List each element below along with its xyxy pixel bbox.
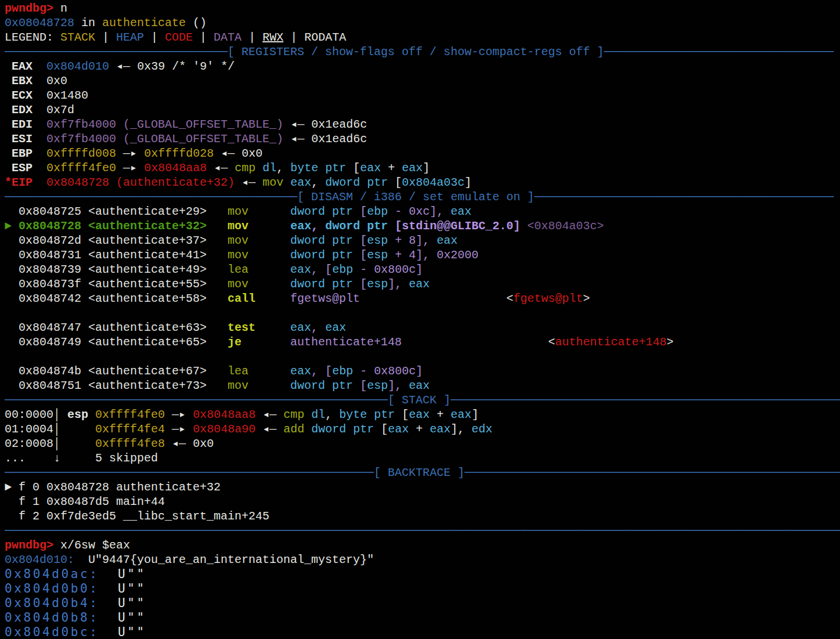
dump-0x804d0ac: 0x804d0ac: U""	[5, 567, 840, 582]
stack-offset: 00:0000	[5, 408, 53, 421]
dump-value: U""	[118, 625, 146, 639]
dump-address: 0x804d0ac:	[5, 567, 99, 581]
reg-value: 0xffffd008	[46, 147, 116, 160]
call-target-resolved: fgetws@plt	[513, 292, 583, 305]
backtrace-frame-2: f 2 0xf7de3ed5 __libc_start_main+245	[5, 509, 840, 524]
reg-name: ESP	[12, 161, 33, 175]
legend-heap: HEAP	[116, 31, 144, 44]
reg-value: 0x1480	[46, 89, 88, 102]
reg-edx: EDX 0x7d	[5, 103, 840, 117]
insn-address: 0x804872d <authenticate+37>	[5, 234, 228, 247]
disasm-row-authenticate+63: 0x8048747 <authenticate+63> test eax, ea…	[5, 320, 840, 335]
dump-address: 0x804d0b8:	[5, 611, 99, 624]
disasm-row-authenticate+55: 0x804873f <authenticate+55> mov dword pt…	[5, 277, 840, 291]
disasm-gap-2	[5, 349, 840, 364]
disasm-row-authenticate+49: 0x8048739 <authenticate+49> lea eax, [eb…	[5, 262, 840, 277]
reg-esp: ESP 0xffff4fe0 —▸ 0x8048aa8 ◂— cmp dl, b…	[5, 161, 840, 175]
disasm-row-authenticate+73: 0x8048751 <authenticate+73> mov dword pt…	[5, 378, 840, 393]
insn-address: 0x804873f <authenticate+55>	[5, 277, 228, 291]
stop-location: 0x08048728 in authenticate ()	[5, 16, 840, 30]
insn-address: 0x8048747 <authenticate+63>	[5, 321, 228, 334]
insn-address: 0x8048725 <authenticate+29>	[5, 205, 228, 218]
mnemonic: lea	[228, 263, 248, 276]
mnemonic: mov	[228, 205, 248, 218]
disasm-section-header: ────────────────────────────────────────…	[5, 190, 840, 204]
reg-name: EDX	[12, 103, 33, 117]
stop-address: 0x08048728	[5, 16, 74, 30]
command-line-n: pwndbg> n	[5, 1, 840, 16]
reg-value: 0xf7fb4000 (_GLOBAL_OFFSET_TABLE_)	[46, 118, 283, 131]
jump-target-resolved: authenticate+148	[555, 335, 666, 349]
insn-address: 0x8048739 <authenticate+49>	[5, 263, 228, 276]
dump-0x804d0b4: 0x804d0b4: U""	[5, 596, 840, 611]
reg-name: EAX	[12, 60, 33, 73]
mnemonic: test	[228, 321, 255, 334]
insn-address: 0x8048742 <authenticate+58>	[5, 292, 228, 305]
legend-rodata: RODATA	[304, 31, 346, 44]
current-frame-arrow-icon: ►	[5, 481, 19, 494]
stack-section-header: ────────────────────────────────────────…	[5, 393, 840, 407]
reg-name: EDI	[12, 118, 33, 131]
insn-address: 0x8048728 <authenticate+32>	[19, 219, 207, 233]
reg-value: 0x8048728 (authenticate+32)	[46, 176, 235, 189]
frame-text: f 2 0xf7de3ed5 __libc_start_main+245	[19, 510, 269, 523]
reg-value: 0xffff4fe0	[46, 161, 116, 175]
dump-0x804d010: 0x804d010: U"9447{you_are_an_internation…	[5, 553, 840, 567]
disasm-row-authenticate+37: 0x804872d <authenticate+37> mov dword pt…	[5, 233, 840, 248]
section-title: [ DISASM / i386 / set emulate on ]	[297, 190, 534, 204]
mnemonic: mov	[228, 277, 248, 291]
reg-ecx: ECX 0x1480	[5, 88, 840, 103]
stack-offset: 01:0004	[5, 423, 53, 436]
insn-address: 0x8048751 <authenticate+73>	[5, 379, 228, 392]
mnemonic: call	[228, 292, 255, 305]
dump-value: U""	[118, 567, 146, 581]
stack-row-0: 00:0000│ esp 0xffff4fe0 —▸ 0x8048aa8 ◂— …	[5, 407, 840, 422]
backtrace-section-header: ────────────────────────────────────────…	[5, 465, 840, 480]
backtrace-frame-1: f 1 0x80487d5 main+44	[5, 494, 840, 509]
down-arrow-icon: ↓	[53, 452, 60, 465]
legend-code: CODE	[165, 31, 193, 44]
insn-address: 0x8048749 <authenticate+65>	[5, 335, 228, 349]
mnemonic: mov	[228, 379, 248, 392]
prompt-label: pwndbg>	[5, 2, 60, 15]
call-target: fgetws@plt	[290, 292, 360, 305]
insn-address: 0x804874b <authenticate+67>	[5, 364, 228, 378]
reg-esi: ESI 0xf7fb4000 (_GLOBAL_OFFSET_TABLE_) ◂…	[5, 132, 840, 146]
stack-row-2: 02:0008│ 0xffff4fe8 ◂— 0x0	[5, 436, 840, 451]
reg-value: 0x7d	[46, 103, 74, 117]
reg-name: EBP	[12, 147, 33, 160]
dump-0x804d0b8: 0x804d0b8: U""	[5, 611, 840, 625]
reg-name: EBX	[12, 74, 33, 88]
resolved-address: <0x804a03c>	[527, 219, 604, 233]
disasm-row-authenticate+58: 0x8048742 <authenticate+58> call fgetws@…	[5, 291, 840, 306]
mnemonic: mov	[228, 248, 248, 262]
context-divider: ────────────────────────────────────────…	[5, 524, 840, 538]
command-text: x/6sw $eax	[60, 539, 130, 552]
section-title: [ STACK ]	[388, 393, 450, 407]
stack-address: 0xffff4fe8	[95, 437, 165, 450]
reg-name: ECX	[12, 89, 33, 102]
dump-address: 0x804d0b4:	[5, 596, 99, 610]
backtrace-frame-0: ► f 0 0x8048728 authenticate+32	[5, 480, 840, 494]
dump-address: 0x804d0bc:	[5, 625, 99, 639]
frame-text: f 1 0x80487d5 main+44	[19, 495, 165, 508]
disasm-row-authenticate+65: 0x8048749 <authenticate+65> je authentic…	[5, 335, 840, 349]
reg-value: 0x0	[46, 74, 67, 88]
reg-name: *EIP	[5, 176, 33, 189]
section-title: [ BACKTRACE ]	[374, 466, 464, 479]
legend-data: DATA	[214, 31, 241, 44]
dump-value: U""	[118, 596, 146, 610]
legend: LEGEND: STACK | HEAP | CODE | DATA | RWX…	[5, 30, 840, 45]
stack-address: 0xffff4fe4	[95, 423, 165, 436]
insn-address: 0x8048731 <authenticate+41>	[5, 248, 228, 262]
mnemonic: je	[228, 335, 241, 349]
frame-text: f 0 0x8048728 authenticate+32	[19, 481, 221, 494]
disasm-row-authenticate+41: 0x8048731 <authenticate+41> mov dword pt…	[5, 248, 840, 262]
dump-address: 0x804d010:	[5, 553, 74, 566]
stack-row-1: 01:0004│ 0xffff4fe4 —▸ 0x8048a90 ◂— add …	[5, 422, 840, 436]
jump-target: authenticate+148	[290, 335, 402, 349]
stack-skipped: ... ↓ 5 skipped	[5, 451, 840, 465]
dump-address: 0x804d0b0:	[5, 582, 99, 595]
disasm-row-authenticate+29: 0x8048725 <authenticate+29> mov dword pt…	[5, 204, 840, 219]
terminal[interactable]: pwndbg> n0x08048728 in authenticate ()LE…	[0, 0, 840, 639]
